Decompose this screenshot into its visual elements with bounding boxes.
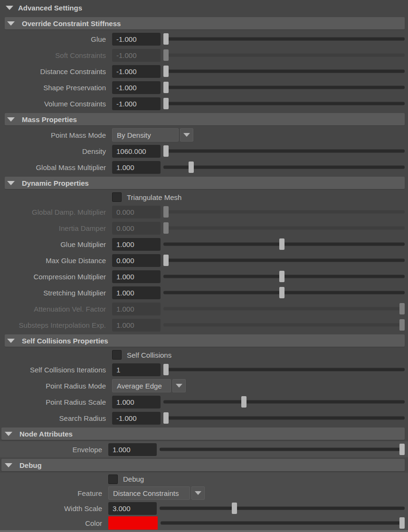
collapse-arrow-icon[interactable] bbox=[7, 181, 15, 185]
slider-width-scale[interactable] bbox=[160, 503, 405, 514]
slider-handle[interactable] bbox=[279, 271, 285, 282]
value-field-search-radius[interactable]: -1.000 bbox=[112, 412, 161, 425]
slider-self-collisions-iterations[interactable] bbox=[163, 364, 405, 375]
slider-track[interactable] bbox=[163, 150, 405, 153]
slider-track[interactable] bbox=[163, 368, 405, 371]
slider-handle[interactable] bbox=[241, 396, 247, 408]
slider-track[interactable] bbox=[163, 259, 405, 262]
slider-handle[interactable] bbox=[163, 82, 169, 93]
value-field-envelope[interactable]: 1.000 bbox=[108, 443, 157, 456]
value-field-max-glue-distance[interactable]: 0.000 bbox=[112, 254, 161, 267]
slider-point-radius-scale[interactable] bbox=[163, 396, 405, 408]
slider-handle[interactable] bbox=[163, 145, 169, 157]
slider-attenuation-vel-factor[interactable] bbox=[163, 303, 405, 314]
slider-track[interactable] bbox=[163, 400, 405, 404]
slider-handle[interactable] bbox=[163, 33, 169, 45]
slider-handle[interactable] bbox=[232, 503, 237, 514]
section-header-mass-properties[interactable]: Mass Properties bbox=[5, 113, 405, 125]
slider-track[interactable] bbox=[160, 507, 405, 510]
value-field-volume-constraints[interactable]: -1.000 bbox=[112, 97, 161, 110]
value-field-width-scale[interactable]: 3.000 bbox=[108, 502, 157, 515]
slider-envelope[interactable] bbox=[160, 444, 405, 455]
slider-compression-multiplier[interactable] bbox=[163, 271, 405, 282]
slider-distance-constraints[interactable] bbox=[163, 66, 405, 77]
slider-track[interactable] bbox=[163, 54, 405, 57]
slider-stretching-multiplier[interactable] bbox=[163, 287, 405, 298]
value-field-self-collisions-iterations[interactable]: 1 bbox=[112, 363, 161, 376]
slider-track[interactable] bbox=[163, 323, 405, 327]
slider-track[interactable] bbox=[163, 70, 405, 73]
slider-track[interactable] bbox=[161, 522, 405, 525]
slider-handle[interactable] bbox=[399, 444, 405, 455]
section-header-override-constraint-stiffness[interactable]: Override Constraint Stiffness bbox=[5, 17, 405, 29]
value-field-global-mass-multiplier[interactable]: 1.000 bbox=[112, 161, 161, 174]
value-field-global-damp-multiplier[interactable]: 0.000 bbox=[112, 206, 161, 218]
value-field-compression-multiplier[interactable]: 1.000 bbox=[112, 270, 161, 283]
value-field-glue[interactable]: -1.000 bbox=[112, 33, 161, 46]
slider-handle[interactable] bbox=[279, 287, 285, 298]
color-swatch[interactable] bbox=[108, 516, 158, 530]
slider-glue[interactable] bbox=[163, 33, 405, 45]
section-header-advanced-settings[interactable]: Advanced Settings bbox=[0, 0, 408, 16]
slider-inertia-damper[interactable] bbox=[163, 222, 405, 234]
collapse-arrow-icon[interactable] bbox=[6, 6, 13, 10]
slider-soft-constraints[interactable] bbox=[163, 49, 405, 61]
slider-track[interactable] bbox=[163, 38, 405, 41]
slider-global-mass-multiplier[interactable] bbox=[163, 162, 405, 173]
slider-max-glue-distance[interactable] bbox=[163, 255, 405, 266]
slider-volume-constraints[interactable] bbox=[163, 98, 405, 109]
value-field-inertia-damper[interactable]: 0.000 bbox=[112, 222, 161, 235]
dropdown-point-radius-mode[interactable]: Average Edge bbox=[112, 379, 171, 392]
slider-track[interactable] bbox=[163, 210, 405, 214]
slider-global-damp-multiplier[interactable] bbox=[163, 206, 405, 218]
slider-track[interactable] bbox=[163, 227, 405, 230]
value-field-shape-preservation[interactable]: -1.000 bbox=[112, 81, 161, 94]
slider-handle[interactable] bbox=[163, 222, 169, 234]
slider-handle[interactable] bbox=[163, 206, 169, 218]
slider-substeps-interpolation-exp[interactable] bbox=[163, 319, 405, 331]
section-header-node-attributes[interactable]: Node Attributes bbox=[1, 428, 405, 440]
slider-track[interactable] bbox=[160, 448, 405, 451]
slider-handle[interactable] bbox=[399, 303, 405, 314]
slider-handle[interactable] bbox=[163, 66, 169, 77]
checkbox-debug[interactable] bbox=[108, 475, 118, 484]
slider-handle[interactable] bbox=[399, 517, 405, 529]
value-field-stretching-multiplier[interactable]: 1.000 bbox=[112, 286, 161, 299]
slider-handle[interactable] bbox=[163, 49, 169, 61]
collapse-arrow-icon[interactable] bbox=[7, 117, 15, 122]
slider-color[interactable] bbox=[161, 517, 405, 529]
slider-handle[interactable] bbox=[163, 364, 169, 375]
slider-track[interactable] bbox=[163, 102, 405, 105]
value-field-point-radius-scale[interactable]: 1.000 bbox=[112, 396, 161, 408]
collapse-arrow-icon[interactable] bbox=[5, 432, 12, 436]
slider-handle[interactable] bbox=[399, 319, 405, 331]
section-header-debug[interactable]: Debug bbox=[1, 459, 405, 471]
slider-handle[interactable] bbox=[163, 412, 169, 424]
collapse-arrow-icon[interactable] bbox=[7, 339, 15, 343]
collapse-arrow-icon[interactable] bbox=[5, 463, 12, 467]
slider-track[interactable] bbox=[163, 417, 405, 420]
value-field-density[interactable]: 1060.000 bbox=[112, 145, 161, 158]
slider-shape-preservation[interactable] bbox=[163, 82, 405, 93]
value-field-glue-multiplier[interactable]: 1.000 bbox=[112, 238, 161, 251]
slider-handle[interactable] bbox=[189, 162, 194, 173]
dropdown-feature[interactable]: Distance Constraints bbox=[108, 486, 190, 500]
collapse-arrow-icon[interactable] bbox=[7, 21, 15, 26]
value-field-soft-constraints[interactable]: -1.000 bbox=[112, 49, 161, 62]
value-field-distance-constraints[interactable]: -1.000 bbox=[112, 65, 161, 78]
slider-density[interactable] bbox=[163, 145, 405, 157]
value-field-substeps-interpolation-exp[interactable]: 1.000 bbox=[112, 319, 161, 332]
dropdown-point-mass-mode[interactable]: By Density bbox=[112, 128, 179, 142]
dropdown-button-feature[interactable] bbox=[191, 486, 205, 500]
dropdown-button-point-radius-mode[interactable] bbox=[172, 379, 186, 392]
section-header-dynamic-properties[interactable]: Dynamic Properties bbox=[5, 177, 405, 189]
slider-track[interactable] bbox=[163, 166, 405, 169]
slider-track[interactable] bbox=[163, 86, 405, 89]
checkbox-self-collisions[interactable] bbox=[112, 350, 122, 360]
value-field-attenuation-vel-factor[interactable]: 1.000 bbox=[112, 303, 161, 315]
slider-handle[interactable] bbox=[279, 238, 285, 250]
slider-track[interactable] bbox=[163, 307, 405, 311]
slider-handle[interactable] bbox=[163, 98, 169, 109]
slider-glue-multiplier[interactable] bbox=[163, 238, 405, 250]
slider-search-radius[interactable] bbox=[163, 412, 405, 424]
